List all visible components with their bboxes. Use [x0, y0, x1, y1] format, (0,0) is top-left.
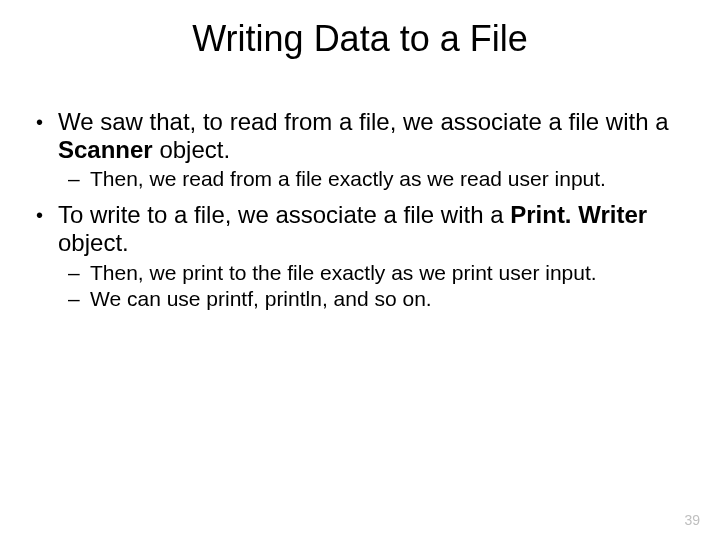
bullet-list: We saw that, to read from a file, we ass… [30, 108, 690, 311]
sub-bullet-text: We can use printf, println, and so on. [90, 287, 432, 310]
bullet-text-bold: Scanner [58, 136, 153, 163]
bullet-text-post: object. [153, 136, 230, 163]
sub-bullet-list: Then, we print to the file exactly as we… [58, 261, 690, 311]
list-item: To write to a file, we associate a file … [30, 201, 690, 310]
bullet-text-pre: We saw that, to read from a file, we ass… [58, 108, 669, 135]
bullet-text-post: object. [58, 229, 129, 256]
list-item: Then, we print to the file exactly as we… [58, 261, 690, 285]
slide-title: Writing Data to a File [0, 0, 720, 60]
slide-body: We saw that, to read from a file, we ass… [0, 60, 720, 311]
sub-bullet-list: Then, we read from a file exactly as we … [58, 167, 690, 191]
bullet-text-bold: Print. Writer [510, 201, 647, 228]
slide: Writing Data to a File We saw that, to r… [0, 0, 720, 540]
list-item: Then, we read from a file exactly as we … [58, 167, 690, 191]
list-item: We saw that, to read from a file, we ass… [30, 108, 690, 191]
bullet-text-pre: To write to a file, we associate a file … [58, 201, 510, 228]
list-item: We can use printf, println, and so on. [58, 287, 690, 311]
page-number: 39 [684, 512, 700, 528]
sub-bullet-text: Then, we read from a file exactly as we … [90, 167, 606, 190]
sub-bullet-text: Then, we print to the file exactly as we… [90, 261, 597, 284]
